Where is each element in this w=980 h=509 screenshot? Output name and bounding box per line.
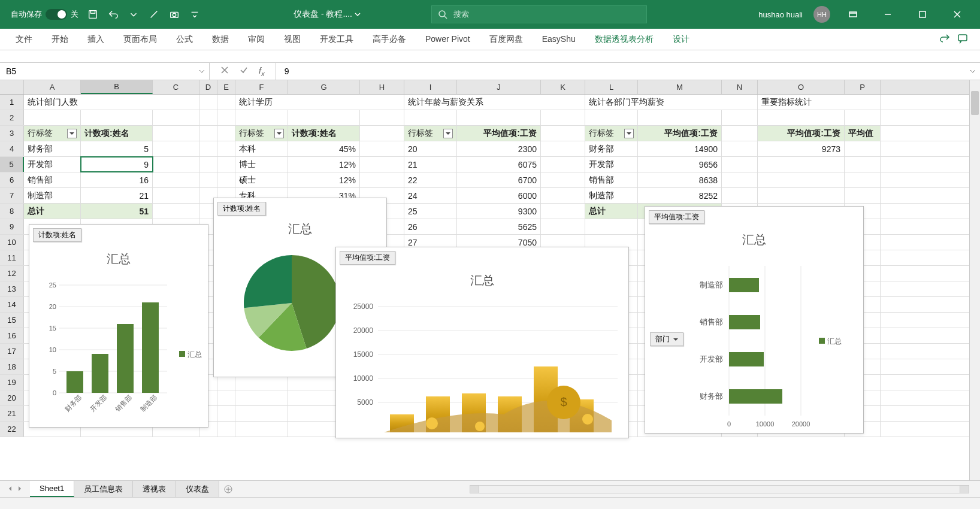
column-header[interactable]: O (758, 80, 845, 94)
cell[interactable] (758, 172, 845, 187)
cell[interactable] (722, 141, 758, 156)
cell[interactable]: 12% (288, 172, 360, 187)
user-avatar[interactable]: HH (813, 6, 830, 23)
chevron-down-icon[interactable] (198, 68, 205, 75)
cell[interactable]: 6075 (457, 157, 541, 172)
column-header[interactable]: C (153, 80, 199, 94)
cell[interactable]: 45% (288, 141, 360, 156)
horizontal-scrollbar[interactable] (470, 485, 969, 493)
cell[interactable]: 9300 (457, 204, 541, 219)
cell[interactable] (153, 141, 199, 156)
cell[interactable]: 行标签 (24, 126, 81, 141)
ribbon-tab[interactable]: 数据 (202, 34, 238, 45)
row-header[interactable]: 22 (0, 422, 24, 437)
autosave-toggle[interactable]: 自动保存 关 (11, 9, 78, 20)
ribbon-tab[interactable]: 开始 (42, 34, 78, 45)
sheet-nav-next-icon[interactable] (17, 484, 23, 493)
accept-formula-icon[interactable] (240, 66, 248, 77)
column-header[interactable]: B (81, 80, 153, 94)
cell[interactable] (217, 157, 235, 172)
row-header[interactable]: 5 (0, 157, 24, 172)
sheet-tab[interactable]: 仪表盘 (176, 481, 219, 497)
column-header[interactable]: M (638, 80, 722, 94)
search-box[interactable]: 搜索 (431, 5, 647, 23)
cell[interactable]: 总计 (585, 204, 638, 219)
row-header[interactable]: 19 (0, 375, 24, 390)
cell[interactable] (722, 110, 758, 125)
filter-icon[interactable] (67, 129, 77, 138)
cell[interactable]: 25 (404, 204, 457, 219)
ribbon-tab[interactable]: 开发工具 (310, 34, 363, 45)
cell[interactable] (217, 422, 235, 437)
cell[interactable] (638, 110, 722, 125)
cell[interactable]: 开发部 (24, 157, 81, 172)
cell[interactable]: 51 (81, 204, 153, 219)
cell[interactable] (360, 141, 404, 156)
cell[interactable]: 财务部 (24, 141, 81, 156)
qat-customize-icon[interactable] (189, 8, 201, 20)
cell[interactable] (541, 172, 585, 187)
cell[interactable]: 16 (81, 172, 153, 187)
cell[interactable] (153, 157, 199, 172)
cell[interactable]: 计数项:姓名 (288, 126, 360, 141)
formula-expand-icon[interactable] (966, 68, 980, 75)
vertical-scrollbar[interactable] (969, 80, 980, 480)
cell[interactable] (153, 172, 199, 187)
chart-dept-avg-salary[interactable]: 平均值项:工资 汇总 部门 制造部销售部 开发部财务部 01000020000 (645, 206, 864, 434)
cell[interactable] (541, 157, 585, 172)
cell[interactable] (404, 110, 457, 125)
cell[interactable]: 行标签 (404, 126, 457, 141)
cell[interactable]: 22 (404, 172, 457, 187)
row-header[interactable]: 12 (0, 266, 24, 281)
cell[interactable]: 总计 (24, 204, 81, 219)
cell[interactable] (541, 219, 585, 234)
column-header[interactable]: A (24, 80, 81, 94)
cell[interactable]: 平均值项:工资 (758, 126, 845, 141)
chevron-down-icon[interactable] (355, 11, 361, 17)
redo-dropdown-icon[interactable] (128, 8, 140, 20)
add-sheet-button[interactable] (219, 485, 237, 493)
column-header[interactable]: L (585, 80, 638, 94)
row-header[interactable]: 21 (0, 406, 24, 421)
undo-icon[interactable] (107, 8, 119, 20)
filter-icon[interactable] (274, 129, 284, 138)
ribbon-tab-contextual[interactable]: 数据透视表分析 (585, 34, 663, 45)
column-header[interactable]: F (235, 80, 288, 94)
row-header[interactable]: 16 (0, 328, 24, 343)
cell[interactable]: 行标签 (585, 126, 638, 141)
cancel-formula-icon[interactable] (220, 66, 229, 77)
filter-icon[interactable] (624, 129, 634, 138)
filter-icon[interactable] (443, 129, 453, 138)
cell[interactable] (153, 110, 199, 125)
cell[interactable]: 财务部 (585, 141, 638, 156)
cell[interactable]: 销售部 (585, 172, 638, 187)
chart-field-button[interactable]: 计数项:姓名 (217, 202, 266, 216)
chart-field-button[interactable]: 计数项:姓名 (33, 228, 81, 242)
cell[interactable] (541, 204, 585, 219)
row-header[interactable]: 2 (0, 110, 24, 125)
cell[interactable] (81, 110, 153, 125)
cell[interactable] (153, 126, 199, 141)
column-header[interactable]: E (217, 80, 235, 94)
minimize-icon[interactable] (876, 4, 900, 25)
cell[interactable] (153, 188, 199, 203)
row-header[interactable]: 20 (0, 390, 24, 405)
row-header[interactable]: 10 (0, 235, 24, 250)
name-box[interactable]: B5 (0, 63, 210, 80)
maximize-icon[interactable] (911, 4, 934, 25)
column-header[interactable]: H (360, 80, 404, 94)
sheet-nav-prev-icon[interactable] (7, 484, 13, 493)
cell[interactable] (360, 110, 404, 125)
cell[interactable] (722, 157, 758, 172)
column-header[interactable]: D (199, 80, 217, 94)
ribbon-tab[interactable]: 页面布局 (114, 34, 167, 45)
row-header[interactable]: 8 (0, 204, 24, 219)
row-header[interactable]: 17 (0, 344, 24, 359)
cell[interactable] (199, 110, 217, 125)
cell[interactable] (845, 141, 881, 156)
cell[interactable] (199, 126, 217, 141)
cell[interactable] (541, 188, 585, 203)
cell[interactable]: 9 (81, 157, 153, 172)
cell[interactable] (235, 406, 288, 421)
cell[interactable]: 行标签 (235, 126, 288, 141)
